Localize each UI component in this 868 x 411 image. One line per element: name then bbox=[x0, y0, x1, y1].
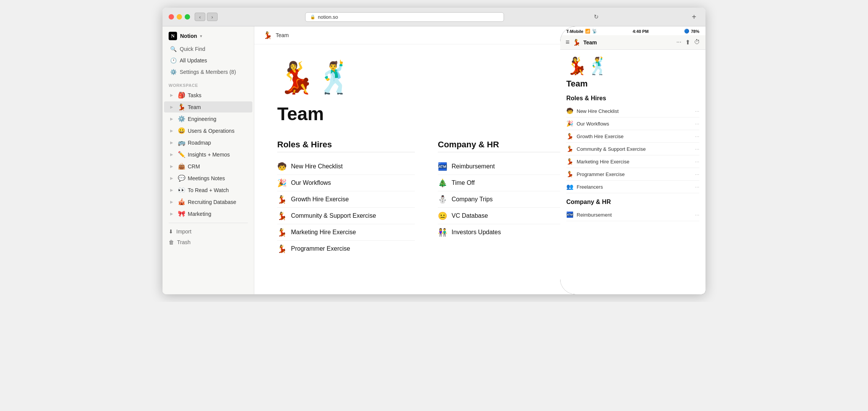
phone-menu-icon[interactable]: ≡ bbox=[566, 38, 570, 46]
sidebar-item-engineering[interactable]: ▶ ⚙️ Engineering bbox=[164, 113, 252, 124]
trash-label: Trash bbox=[177, 239, 190, 245]
insights-label: Insights + Memos bbox=[188, 152, 249, 158]
all-updates-button[interactable]: 🕐 All Updates bbox=[164, 55, 252, 66]
phone-community-icon: 💃 bbox=[566, 145, 574, 152]
phone-programmer-more[interactable]: ··· bbox=[695, 171, 699, 177]
phone-link-new-hire[interactable]: 🧒 New Hire Checklist ··· bbox=[566, 105, 699, 117]
phone-community-more[interactable]: ··· bbox=[695, 146, 699, 152]
workspace-header[interactable]: N Notion ▾ bbox=[163, 26, 254, 43]
sidebar-item-tasks[interactable]: ▶ 🎒 Tasks bbox=[164, 90, 252, 101]
phone-reimbursement-more[interactable]: ··· bbox=[695, 212, 699, 218]
sidebar-item-roadmap[interactable]: ▶ 🚌 Roadmap bbox=[164, 137, 252, 148]
crm-icon: 👜 bbox=[178, 163, 185, 170]
sidebar-item-crm[interactable]: ▶ 👜 CRM bbox=[164, 161, 252, 172]
investors-icon: 👫 bbox=[438, 228, 448, 237]
refresh-button[interactable]: ↻ bbox=[592, 12, 601, 21]
settings-button[interactable]: ⚙️ Settings & Members (8) bbox=[164, 67, 252, 77]
phone-link-programmer[interactable]: 💃 Programmer Exercise ··· bbox=[566, 168, 699, 181]
sidebar-item-to-read[interactable]: ▶ 👀 To Read + Watch bbox=[164, 184, 252, 196]
sidebar-item-insights[interactable]: ▶ ✏️ Insights + Memos bbox=[164, 149, 252, 160]
marketing-icon: 🎀 bbox=[178, 210, 185, 217]
trash-icon: 🗑 bbox=[169, 239, 174, 245]
phone-link-community[interactable]: 💃 Community & Support Exercise ··· bbox=[566, 143, 699, 155]
growth-label: Growth Hire Exercise bbox=[291, 196, 349, 203]
roles-hires-column: Roles & Hires 🧒 New Hire Checklist 🎉 Our… bbox=[277, 140, 415, 257]
back-button[interactable]: ‹ bbox=[195, 13, 205, 21]
phone-link-reimbursement[interactable]: 🏧 Reimbursement ··· bbox=[566, 209, 699, 221]
link-time-off[interactable]: 🎄 Time Off bbox=[438, 175, 575, 191]
phone-link-workflows[interactable]: 🎉 Our Workflows ··· bbox=[566, 117, 699, 130]
phone-battery: 🔵 78% bbox=[684, 29, 699, 34]
arrow-icon: ▶ bbox=[170, 200, 176, 204]
workflows-label: Our Workflows bbox=[291, 179, 331, 186]
all-updates-label: All Updates bbox=[180, 57, 207, 64]
sidebar-item-marketing[interactable]: ▶ 🎀 Marketing bbox=[164, 208, 252, 219]
link-reimbursement[interactable]: 🏧 Reimbursement bbox=[438, 158, 575, 175]
sidebar-item-recruiting[interactable]: ▶ 🎪 Recruiting Database bbox=[164, 196, 252, 207]
phone-share-icon[interactable]: ⬆ bbox=[685, 39, 690, 46]
wifi-icon: 📡 bbox=[592, 29, 597, 34]
crm-label: CRM bbox=[188, 163, 249, 170]
marketing-label: Marketing bbox=[188, 211, 249, 217]
phone-workflows-more[interactable]: ··· bbox=[695, 121, 699, 127]
phone-freelancers-more[interactable]: ··· bbox=[695, 184, 699, 190]
trash-button[interactable]: 🗑 Trash bbox=[163, 237, 254, 248]
phone-marketing-hire-more[interactable]: ··· bbox=[695, 158, 699, 165]
phone-community-text: Community & Support Exercise bbox=[577, 146, 692, 152]
phone-freelancers-text: Freelancers bbox=[577, 184, 692, 190]
phone-more-icon[interactable]: ··· bbox=[676, 39, 681, 46]
sidebar-item-users-ops[interactable]: ▶ 😀 Users & Operations bbox=[164, 125, 252, 136]
phone-link-freelancers[interactable]: 👥 Freelancers ··· bbox=[566, 181, 699, 193]
vc-label: VC Database bbox=[452, 212, 488, 219]
link-new-hire-checklist[interactable]: 🧒 New Hire Checklist bbox=[277, 158, 415, 175]
sidebar-item-team[interactable]: ▶ 💃 Team bbox=[164, 101, 252, 113]
link-community-support[interactable]: 💃 Community & Support Exercise bbox=[277, 208, 415, 224]
forward-button[interactable]: › bbox=[207, 13, 218, 21]
workspace-section-label: WORKSPACE bbox=[163, 78, 254, 89]
quick-find-button[interactable]: 🔍 Quick Find bbox=[164, 44, 252, 54]
phone-status-bar: T-Mobile 📶 📡 4:40 PM 🔵 78% bbox=[560, 26, 705, 35]
community-label: Community & Support Exercise bbox=[291, 212, 376, 219]
programmer-icon: 💃 bbox=[277, 244, 287, 253]
maximize-button[interactable] bbox=[185, 14, 190, 20]
link-investors-updates[interactable]: 👫 Investors Updates bbox=[438, 224, 575, 240]
app-layout: N Notion ▾ 🔍 Quick Find 🕐 All Updates ⚙️… bbox=[163, 26, 705, 294]
phone-growth-more[interactable]: ··· bbox=[695, 133, 699, 139]
page-title: Team bbox=[277, 103, 575, 124]
team-icon: 💃 bbox=[178, 103, 185, 111]
phone-history-icon[interactable]: ⏱ bbox=[694, 39, 700, 46]
link-programmer-exercise[interactable]: 💃 Programmer Exercise bbox=[277, 241, 415, 257]
minimize-button[interactable] bbox=[177, 14, 182, 20]
link-company-trips[interactable]: ⛄ Company Trips bbox=[438, 191, 575, 208]
sidebar: N Notion ▾ 🔍 Quick Find 🕐 All Updates ⚙️… bbox=[163, 26, 254, 294]
reimbursement-icon: 🏧 bbox=[438, 162, 448, 171]
content-columns: Roles & Hires 🧒 New Hire Checklist 🎉 Our… bbox=[277, 140, 575, 257]
arrow-icon: ▶ bbox=[170, 129, 176, 133]
url-bar[interactable]: 🔒 notion.so bbox=[305, 12, 504, 22]
link-growth-hire[interactable]: 💃 Growth Hire Exercise bbox=[277, 191, 415, 208]
lock-icon: 🔒 bbox=[310, 15, 315, 20]
link-our-workflows[interactable]: 🎉 Our Workflows bbox=[277, 175, 415, 191]
page-hero-icon: 💃🕺 bbox=[277, 60, 575, 96]
settings-icon: ⚙️ bbox=[170, 69, 177, 75]
phone-page-icon: 💃🕺 bbox=[566, 56, 699, 76]
new-tab-button[interactable]: + bbox=[689, 11, 699, 22]
phone-content: 💃🕺 Team Roles & Hires 🧒 New Hire Checkli… bbox=[560, 50, 705, 294]
settings-label: Settings & Members (8) bbox=[180, 69, 236, 75]
carrier-text: T-Mobile bbox=[566, 29, 584, 34]
phone-programmer-icon: 💃 bbox=[566, 171, 574, 178]
time-off-icon: 🎄 bbox=[438, 178, 448, 188]
growth-icon: 💃 bbox=[277, 195, 287, 204]
import-button[interactable]: ⬇ Import bbox=[163, 226, 254, 237]
phone-link-growth[interactable]: 💃 Growth Hire Exercise ··· bbox=[566, 130, 699, 143]
marketing-hire-label: Marketing Hire Exercise bbox=[291, 229, 356, 236]
phone-new-hire-more[interactable]: ··· bbox=[695, 108, 699, 114]
link-vc-database[interactable]: 😐 VC Database bbox=[438, 208, 575, 224]
phone-link-marketing-hire[interactable]: 💃 Marketing Hire Exercise ··· bbox=[566, 155, 699, 168]
to-read-icon: 👀 bbox=[178, 186, 185, 194]
phone-nav-bar: ≡ 💃 Team ··· ⬆ ⏱ bbox=[560, 35, 705, 50]
link-marketing-hire[interactable]: 💃 Marketing Hire Exercise bbox=[277, 224, 415, 241]
close-button[interactable] bbox=[169, 14, 174, 20]
phone-workflows-icon: 🎉 bbox=[566, 120, 574, 127]
sidebar-item-meetings[interactable]: ▶ 💬 Meetings Notes bbox=[164, 173, 252, 184]
